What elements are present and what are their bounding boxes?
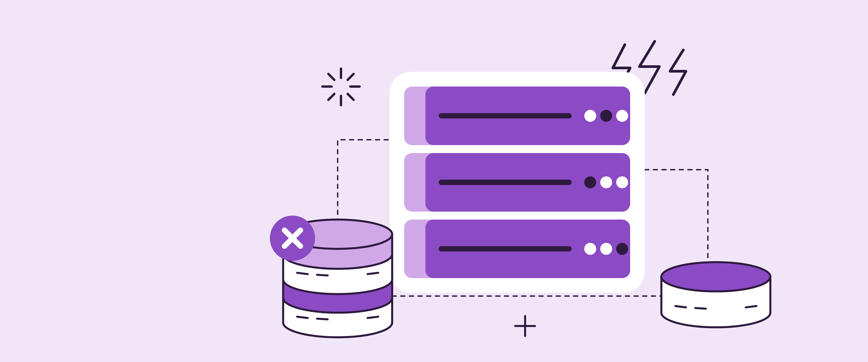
close-icon	[270, 216, 315, 261]
svg-rect-25	[439, 246, 572, 251]
svg-point-28	[616, 243, 628, 255]
svg-point-14	[584, 110, 596, 122]
svg-point-16	[616, 110, 628, 122]
svg-point-21	[600, 176, 612, 188]
svg-line-7	[328, 94, 334, 100]
svg-point-20	[584, 176, 596, 188]
svg-line-34	[297, 273, 308, 274]
svg-point-22	[616, 176, 628, 188]
plus-icon	[515, 316, 535, 336]
svg-point-29	[661, 262, 770, 291]
server-error-illustration	[0, 0, 868, 362]
database-left	[270, 216, 392, 337]
svg-line-38	[317, 319, 328, 320]
svg-point-15	[600, 110, 612, 122]
svg-line-6	[347, 74, 353, 80]
svg-line-31	[695, 308, 706, 309]
svg-point-26	[584, 243, 596, 255]
svg-line-37	[297, 316, 308, 318]
svg-rect-19	[439, 180, 572, 185]
server-unit	[404, 153, 630, 212]
svg-line-5	[347, 94, 353, 100]
svg-line-30	[675, 306, 686, 307]
server-unit	[404, 219, 630, 278]
svg-rect-13	[439, 113, 572, 118]
database-right	[661, 262, 770, 327]
svg-line-36	[368, 273, 378, 274]
svg-line-4	[328, 74, 334, 80]
server-rack	[390, 72, 645, 293]
svg-line-32	[746, 306, 756, 307]
sparkle-icon	[322, 69, 360, 105]
svg-point-27	[600, 243, 612, 255]
svg-line-39	[368, 316, 378, 318]
svg-line-35	[317, 275, 328, 275]
server-unit	[404, 87, 630, 145]
